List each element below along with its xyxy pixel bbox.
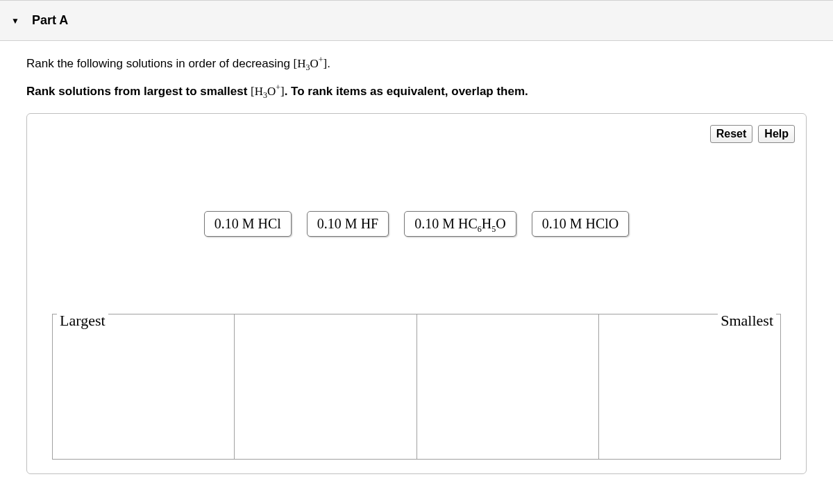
draggable-items-row: 0.10 M HCl 0.10 M HF 0.10 M HC6H5O 0.10 … bbox=[27, 211, 806, 237]
chip-hclo[interactable]: 0.10 M HClO bbox=[532, 211, 630, 237]
caret-down-icon: ▼ bbox=[11, 17, 19, 25]
ranking-workbox: Reset Help 0.10 M HCl 0.10 M HF 0.10 M H… bbox=[26, 113, 807, 474]
reset-button[interactable]: Reset bbox=[710, 125, 753, 143]
rank-slot-4[interactable]: Smallest bbox=[598, 314, 781, 460]
instruction-line-2: Rank solutions from largest to smallest … bbox=[26, 83, 807, 101]
part-title: Part A bbox=[32, 13, 68, 28]
chip-hcl[interactable]: 0.10 M HCl bbox=[204, 211, 292, 237]
chip-hf-label: 0.10 M HF bbox=[317, 216, 378, 231]
ranking-dropzone[interactable]: Largest Smallest bbox=[52, 314, 781, 460]
part-header[interactable]: ▼ Part A bbox=[0, 0, 833, 41]
instr2-after: . To rank items as equivalent, overlap t… bbox=[285, 85, 528, 98]
chip-hcl-label: 0.10 M HCl bbox=[214, 216, 281, 231]
rank-slot-1[interactable]: Largest bbox=[52, 314, 234, 460]
help-button[interactable]: Help bbox=[758, 125, 795, 143]
largest-label: Largest bbox=[57, 313, 108, 328]
chip-hf[interactable]: 0.10 M HF bbox=[307, 211, 389, 237]
formula-h3o-2: [H3O+] bbox=[251, 85, 285, 98]
instruction-line-1: Rank the following solutions in order of… bbox=[26, 55, 807, 73]
formula-h3o-1: [H3O+] bbox=[294, 57, 328, 70]
instr1-after: . bbox=[327, 57, 330, 70]
instr1-before: Rank the following solutions in order of… bbox=[26, 57, 294, 70]
rank-slot-2[interactable] bbox=[234, 314, 416, 460]
chip-hc6h5o[interactable]: 0.10 M HC6H5O bbox=[404, 211, 516, 237]
chip-hclo-label: 0.10 M HClO bbox=[542, 216, 619, 231]
instr2-before: Rank solutions from largest to smallest bbox=[26, 85, 251, 98]
rank-slot-3[interactable] bbox=[416, 314, 598, 460]
content-area: Rank the following solutions in order of… bbox=[0, 41, 833, 474]
smallest-label: Smallest bbox=[718, 313, 776, 328]
workbox-buttons: Reset Help bbox=[710, 125, 795, 143]
